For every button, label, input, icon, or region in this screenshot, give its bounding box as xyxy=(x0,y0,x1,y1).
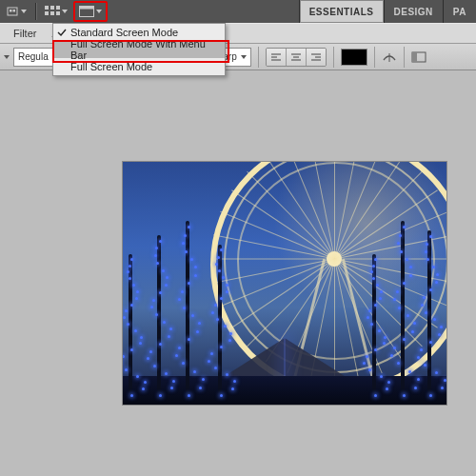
separator xyxy=(374,47,375,68)
application-bar-left xyxy=(2,1,108,22)
workspace-tab-essentials[interactable]: ESSENTIALS xyxy=(299,0,384,23)
align-center-button[interactable] xyxy=(287,49,307,66)
document-canvas[interactable] xyxy=(122,161,447,406)
screen-mode-dropdown: Standard Screen Mode Full Screen Mode Wi… xyxy=(52,23,226,76)
grid-thumbs-icon xyxy=(45,6,60,17)
align-left-button[interactable] xyxy=(267,49,287,66)
chevron-down-icon xyxy=(4,54,10,60)
launch-bridge-button[interactable] xyxy=(2,1,30,22)
svg-rect-12 xyxy=(80,7,94,10)
application-bar: ESSENTIALS DESIGN PA xyxy=(0,0,476,23)
svg-rect-8 xyxy=(50,11,54,15)
svg-rect-2 xyxy=(13,10,16,12)
workspace-tab-design[interactable]: DESIGN xyxy=(384,0,443,23)
dropdown-item-label: Full Screen Mode xyxy=(70,61,225,72)
bridge-icon xyxy=(6,5,19,18)
svg-marker-15 xyxy=(241,55,247,59)
screen-mode-button[interactable] xyxy=(76,2,105,21)
text-align-group xyxy=(266,48,327,67)
svg-rect-5 xyxy=(50,6,54,10)
svg-rect-27 xyxy=(412,52,417,62)
font-style-dropdown[interactable]: Regula xyxy=(13,48,53,67)
menu-filter[interactable]: Filter xyxy=(6,24,44,43)
svg-rect-0 xyxy=(8,8,17,15)
dropdown-item-label: Standard Screen Mode xyxy=(70,27,225,38)
svg-rect-9 xyxy=(56,11,60,15)
text-color-swatch[interactable] xyxy=(341,49,367,66)
image-ground xyxy=(123,376,446,405)
dropdown-item-label: Full Screen Mode With Menu Bar xyxy=(70,38,225,61)
workspace-switcher: ESSENTIALS DESIGN PA xyxy=(299,0,476,23)
svg-marker-13 xyxy=(96,10,102,13)
screen-mode-button-highlight xyxy=(73,1,108,22)
svg-rect-4 xyxy=(45,6,49,10)
separator xyxy=(404,47,405,68)
chevron-down-icon xyxy=(62,9,68,14)
dropdown-item-full-screen-with-menu-bar[interactable]: Full Screen Mode With Menu Bar xyxy=(53,41,225,58)
svg-marker-3 xyxy=(21,10,27,13)
toggle-panels-button[interactable] xyxy=(411,51,426,63)
screen-mode-icon xyxy=(79,6,94,17)
view-extras-button[interactable] xyxy=(41,1,71,22)
workspace-tab-painting[interactable]: PA xyxy=(443,0,476,23)
svg-rect-1 xyxy=(10,10,12,12)
align-right-button[interactable] xyxy=(307,49,326,66)
dropdown-item-full-screen-mode[interactable]: Full Screen Mode xyxy=(53,58,225,75)
align-left-icon xyxy=(270,52,282,62)
panels-icon xyxy=(411,51,426,63)
svg-marker-14 xyxy=(4,55,10,59)
align-center-icon xyxy=(290,52,302,62)
warp-text-button[interactable] xyxy=(382,50,397,64)
separator xyxy=(258,47,259,68)
svg-marker-10 xyxy=(62,10,68,13)
chevron-down-icon xyxy=(96,9,102,14)
separator xyxy=(333,47,334,68)
svg-rect-6 xyxy=(56,6,60,10)
chevron-down-icon xyxy=(21,9,27,14)
align-right-icon xyxy=(310,52,322,62)
check-icon xyxy=(53,28,70,37)
chevron-down-icon xyxy=(241,54,247,60)
separator xyxy=(35,3,36,20)
font-style-value: Regula xyxy=(18,51,49,62)
svg-rect-7 xyxy=(45,11,49,15)
warp-text-icon xyxy=(382,50,397,64)
